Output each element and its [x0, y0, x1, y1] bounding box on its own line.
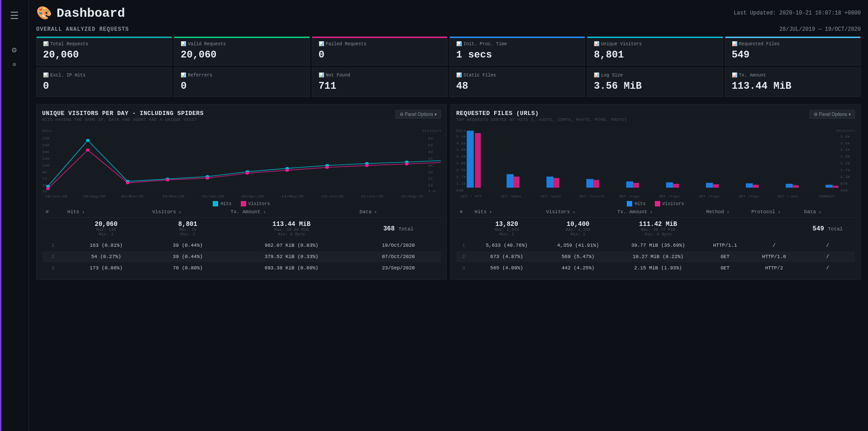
svg-point-16 [246, 172, 249, 174]
svg-text:220: 220 [42, 137, 49, 140]
col-num[interactable]: # [42, 206, 64, 218]
svg-point-20 [405, 163, 409, 165]
svg-text:08/Apr/20: 08/Apr/20 [242, 195, 264, 198]
svg-point-13 [126, 182, 129, 184]
req-row3-hits: 565 (4.09%) [471, 263, 543, 274]
svg-point-14 [166, 178, 169, 181]
svg-text:29/Aug/20: 29/Aug/20 [401, 195, 423, 198]
hits-legend-item: Hits [213, 201, 231, 206]
stat-card-unique-visitors: 📊 Unique Visitors 8,801 [587, 36, 723, 66]
gear-icon-small[interactable]: ⚙ [11, 59, 18, 70]
summary-num [42, 218, 64, 240]
header-title-group: 🎨 Dashboard [36, 5, 125, 21]
svg-rect-73 [833, 186, 839, 187]
svg-text:Visitors: Visitors [836, 129, 855, 133]
card-label-valid: 📊 Valid Requests [181, 41, 303, 47]
req-row3-visitors: 442 (4.25%) [542, 263, 614, 274]
svg-rect-105 [655, 201, 660, 206]
card-label-excl-ip: 📊 Excl. IP Hits [43, 72, 165, 78]
col-hits[interactable]: Hits ⇕ [64, 206, 148, 218]
row1-num: 1 [42, 240, 64, 251]
req-col-method[interactable]: Method ⇕ [702, 206, 748, 218]
gear-icon[interactable]: ⚙ [7, 40, 21, 59]
req-row3-num: 3 [456, 263, 471, 274]
svg-text:GET /.env: GET /.env [777, 195, 798, 198]
req-col-visitors[interactable]: Visitors ⇕ [542, 206, 614, 218]
visitors-chart-legend: Hits Visitors [42, 201, 441, 206]
card-bar-valid [174, 37, 309, 38]
visitors-chart: 28/Jul/20 29/Aug/20 03/Nov/20 20/Nov/20 … [42, 126, 441, 198]
bar-chart-icon-failed: 📊 [319, 41, 324, 47]
svg-rect-59 [666, 182, 673, 188]
req-col-protocol[interactable]: Protocol ⇕ [748, 206, 801, 218]
svg-text:49: 49 [428, 150, 433, 153]
svg-text:1.1k: 1.1k [456, 182, 466, 186]
date-range: 28/JUL/2019 — 19/OCT/2020 [779, 26, 861, 33]
req-row2-visitors: 569 (5.47%) [542, 251, 614, 263]
card-label-static: 📊 Static Files [456, 72, 578, 78]
svg-text:GET / HTT: GET / HTT [461, 195, 482, 198]
card-label-visitors: 📊 Unique Visitors [594, 41, 716, 47]
header: 🎨 Dashboard Last Updated: 2020-10-21 16:… [36, 5, 861, 21]
visitors-panel-options-button[interactable]: ⚙ Panel Options ▾ [396, 110, 441, 119]
card-value-excl-ip: 0 [43, 81, 165, 92]
svg-rect-65 [514, 177, 520, 188]
svg-rect-63 [825, 185, 833, 187]
col-tx[interactable]: Tx. Amount ⇕ [227, 206, 356, 218]
req-col-num[interactable]: # [456, 206, 471, 218]
svg-text:CONNECT: CONNECT [819, 195, 835, 198]
bar-chart-icon-static: 📊 [456, 72, 462, 78]
req-row3-data: / [801, 263, 855, 274]
svg-point-15 [205, 177, 209, 179]
bar-chart-icon-log: 📊 [594, 72, 599, 78]
req-row1-visitors: 4,359 (41.91%) [542, 240, 614, 251]
stat-card-init-proc: 📊 Init. Proc. Time 1 secs [449, 36, 585, 66]
card-value-valid: 20,060 [181, 49, 303, 61]
col-data[interactable]: Data ▾ [356, 206, 441, 218]
svg-rect-68 [633, 183, 639, 188]
requested-files-title-group: REQUESTED FILES (URLS) TOP REQUESTS SORT… [456, 110, 627, 122]
req-summary-hits: 13,820 Max: 5,633 Min: 1 [471, 218, 543, 240]
req-row1-data: / [801, 240, 855, 251]
requested-files-panel-options-button[interactable]: ⚙ Panel Options ▾ [810, 110, 855, 119]
row3-data: 23/Sep/2020 [356, 263, 441, 274]
row3-hits: 173 (0.86%) [64, 263, 148, 274]
svg-text:1.3k: 1.3k [840, 175, 850, 179]
req-col-hits[interactable]: Hits ▾ [471, 206, 543, 218]
visitors-panel-title-group: UNIQUE VISITORS PER DAY - INCLUDING SPID… [42, 110, 204, 122]
req-summary-tx: 111.42 MiB Max: 39.77 MiB Min: 0 Byte [614, 218, 702, 240]
svg-text:4.5k: 4.5k [456, 141, 466, 145]
summary-visitors: 8,801 Max: 71 Min: 1 [148, 218, 227, 240]
hits-legend-label: Hits [220, 201, 231, 206]
sidebar-accent-bar [0, 0, 1, 431]
svg-text:5.1k: 5.1k [456, 134, 466, 138]
req-visitors-legend-item: Visitors [655, 201, 684, 206]
visitors-table: # Hits ⇕ Visitors ⇕ Tx. Amount ⇕ Data ▾ … [42, 206, 441, 274]
req-files-summary-row: 13,820 Max: 5,633 Min: 1 10,400 Max: 4,3… [456, 218, 855, 240]
svg-rect-51 [213, 201, 218, 206]
req-row3-protocol: HTTP/2 [748, 263, 801, 274]
req-row2-hits: 673 (4.87%) [471, 251, 543, 263]
req-row2-num: 2 [456, 251, 471, 263]
menu-icon[interactable]: ☰ [5, 5, 24, 27]
table-row: 3 173 (0.86%) 70 (0.80%) 693.38 KiB (0.6… [42, 263, 441, 274]
col-visitors[interactable]: Visitors ⇕ [148, 206, 227, 218]
stat-card-valid-requests: 📊 Valid Requests 20,060 [174, 36, 310, 66]
hits-legend-icon [213, 201, 218, 206]
req-row2-tx: 10.27 MiB (9.22%) [614, 251, 702, 263]
card-value-init: 1 secs [456, 49, 578, 61]
req-row1-tx: 39.77 MiB (35.69%) [614, 240, 702, 251]
svg-text:870: 870 [840, 182, 848, 186]
svg-text:GET /topi: GET /topi [699, 195, 720, 198]
row1-tx: 962.07 KiB (0.83%) [227, 240, 356, 251]
svg-text:3.9k: 3.9k [456, 148, 466, 152]
req-col-tx[interactable]: Tx. Amount ⇕ [614, 206, 702, 218]
svg-text:24: 24 [42, 190, 47, 193]
svg-text:28: 28 [428, 170, 433, 174]
svg-point-18 [325, 166, 329, 169]
req-col-data[interactable]: Data ⇕ [801, 206, 855, 218]
sidebar: ☰ ⚙ ⚙ [0, 0, 29, 431]
row3-visitors: 70 (0.80%) [148, 263, 227, 274]
card-value-log-size: 3.56 MiB [594, 81, 716, 92]
row1-hits: 163 (0.81%) [64, 240, 148, 251]
